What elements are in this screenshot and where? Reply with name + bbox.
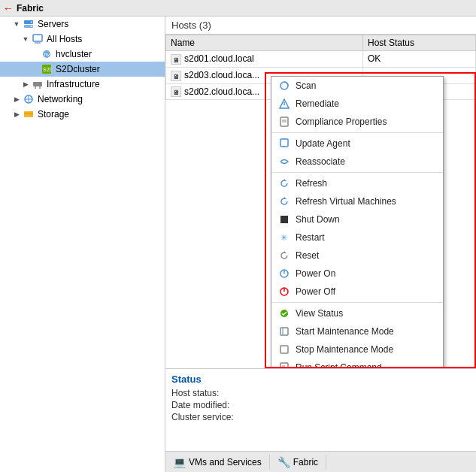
expand-icon-hvcluster (30, 50, 39, 59)
ctx-item-stop-maintenance[interactable]: Stop Maintenance Mode (271, 340, 443, 359)
ctx-label-run-script: Run Script Command (296, 362, 382, 368)
fabric-icon: 🔧 (277, 456, 290, 468)
ctx-item-power-off[interactable]: Power Off (271, 283, 443, 301)
top-bar: ← Fabric (0, 0, 476, 17)
svg-marker-26 (284, 179, 287, 181)
svg-text:hv: hv (44, 52, 50, 57)
hosts-header: Hosts (3) (165, 17, 476, 35)
ctx-label-shutdown: Shut Down (296, 214, 340, 225)
ctx-icon-remediate (277, 97, 291, 110)
server-icon (23, 18, 35, 30)
content-area: Hosts (3) Name Host Status 🖥s2d01.cloud.… (165, 17, 476, 472)
expand-icon-all-hosts: ▼ (21, 35, 30, 44)
ctx-icon-scan (277, 79, 291, 92)
svg-point-3 (31, 26, 32, 27)
ctx-item-shutdown[interactable]: Shut Down (271, 210, 443, 228)
context-menu-separator (271, 302, 443, 303)
ctx-item-power-on[interactable]: Power On (271, 265, 443, 283)
col-name[interactable]: Name (166, 35, 363, 51)
sidebar-item-s2dcluster[interactable]: S2D S2Dcluster (0, 62, 165, 77)
svg-rect-38 (280, 346, 288, 353)
sidebar-label-hvcluster: hvcluster (56, 49, 92, 59)
table-row[interactable]: 🖥s2d01.cloud.localOK (166, 51, 476, 68)
expand-icon-servers: ▼ (12, 20, 21, 29)
svg-text:S2D: S2D (43, 67, 52, 72)
sidebar-item-all-hosts[interactable]: ▼ All Hosts (0, 32, 165, 47)
ctx-icon-power-on (277, 267, 291, 280)
col-status[interactable]: Host Status (363, 35, 476, 51)
networking-icon (23, 93, 35, 105)
svg-rect-28 (280, 216, 288, 223)
vms-icon: 💻 (173, 456, 186, 468)
cell-status: OK (363, 51, 476, 68)
storage-icon (23, 108, 35, 120)
ctx-icon-view-status (277, 307, 291, 320)
ctx-item-run-script[interactable]: Run Script Command (271, 359, 443, 368)
table-area: Name Host Status 🖥s2d01.cloud.localOK🖥s2… (165, 35, 476, 368)
sidebar-item-networking[interactable]: ▶ Networking (0, 92, 165, 107)
ctx-label-scan: Scan (296, 80, 316, 91)
ctx-label-start-maintenance: Start Maintenance Mode (296, 326, 394, 337)
ctx-item-restart[interactable]: ✳Restart (271, 228, 443, 247)
cell-name: 🖥s2d01.cloud.local (166, 51, 363, 68)
ctx-icon-update-agent (277, 137, 291, 150)
ctx-icon-compliance (277, 115, 291, 129)
ctx-icon-reassociate (277, 155, 291, 168)
ctx-item-view-status[interactable]: View Status (271, 304, 443, 322)
ctx-icon-run-script (277, 361, 291, 368)
sidebar-label-s2dcluster: S2Dcluster (56, 64, 100, 74)
status-left: Status Host status: Date modified: Clust… (165, 369, 476, 451)
status-panel: Status Host status: Date modified: Clust… (165, 368, 476, 451)
tab-vms[interactable]: 💻 VMs and Services (165, 455, 270, 470)
ctx-icon-power-off (277, 285, 291, 298)
ctx-icon-shutdown (277, 213, 291, 226)
sidebar: ▼ Servers ▼ All Hosts hv hvcluster (0, 17, 165, 472)
ctx-item-remediate[interactable]: Remediate (271, 95, 443, 113)
expand-icon-s2dcluster (30, 65, 39, 74)
context-menu-separator (271, 132, 443, 133)
ctx-item-start-maintenance[interactable]: Start Maintenance Mode (271, 322, 443, 340)
ctx-icon-start-maintenance (277, 325, 291, 338)
sidebar-label-all-hosts: All Hosts (47, 34, 82, 44)
svg-rect-5 (35, 42, 41, 44)
ctx-item-refresh-vms[interactable]: Refresh Virtual Machines (271, 192, 443, 210)
svg-rect-36 (280, 328, 288, 335)
status-cluster-row: Cluster service: (171, 412, 470, 422)
tab-vms-label: VMs and Services (189, 457, 262, 467)
status-cluster-label: Cluster service: (171, 412, 254, 422)
expand-icon-networking: ▶ (12, 95, 21, 104)
ctx-label-compliance: Compliance Properties (296, 116, 387, 127)
ctx-label-view-status: View Status (296, 308, 343, 319)
expand-icon-infra: ▶ (21, 80, 30, 89)
ctx-item-reassociate[interactable]: Reassociate (271, 153, 443, 171)
sidebar-label-networking: Networking (38, 94, 83, 104)
ctx-item-compliance[interactable]: Compliance Properties (271, 113, 443, 131)
ctx-label-restart: Restart (296, 232, 325, 243)
ctx-label-remediate: Remediate (296, 98, 339, 109)
svg-text:✳: ✳ (280, 233, 287, 242)
ctx-label-reassociate: Reassociate (296, 156, 345, 167)
status-date-label: Date modified: (171, 400, 254, 410)
ctx-item-scan[interactable]: Scan (271, 77, 443, 95)
sidebar-label-storage: Storage (38, 109, 69, 120)
status-host-status-row: Host status: (171, 388, 470, 398)
ctx-label-update-agent: Update Agent (296, 138, 350, 149)
tab-fabric[interactable]: 🔧 Fabric (270, 455, 326, 470)
status-date-row: Date modified: (171, 400, 470, 410)
ctx-label-refresh-vms: Refresh Virtual Machines (296, 196, 396, 207)
ctx-item-refresh[interactable]: Refresh (271, 174, 443, 192)
ctx-icon-stop-maintenance (277, 343, 291, 356)
top-bar-label: Fabric (17, 3, 44, 14)
ctx-item-reset[interactable]: Reset (271, 247, 443, 265)
svg-rect-4 (33, 35, 42, 41)
sidebar-item-storage[interactable]: ▶ Storage (0, 107, 165, 122)
ctx-icon-restart: ✳ (277, 231, 291, 244)
sidebar-item-servers[interactable]: ▼ Servers (0, 17, 165, 32)
sidebar-item-infrastructure[interactable]: ▶ Infrastructure (0, 77, 165, 92)
ctx-item-update-agent[interactable]: Update Agent (271, 135, 443, 153)
ctx-label-power-on: Power On (296, 268, 335, 279)
context-menu: ScanRemediateCompliance PropertiesUpdate… (271, 76, 444, 368)
ctx-icon-reset (277, 249, 291, 262)
expand-icon-storage: ▶ (12, 110, 21, 119)
sidebar-item-hvcluster[interactable]: hv hvcluster (0, 47, 165, 62)
